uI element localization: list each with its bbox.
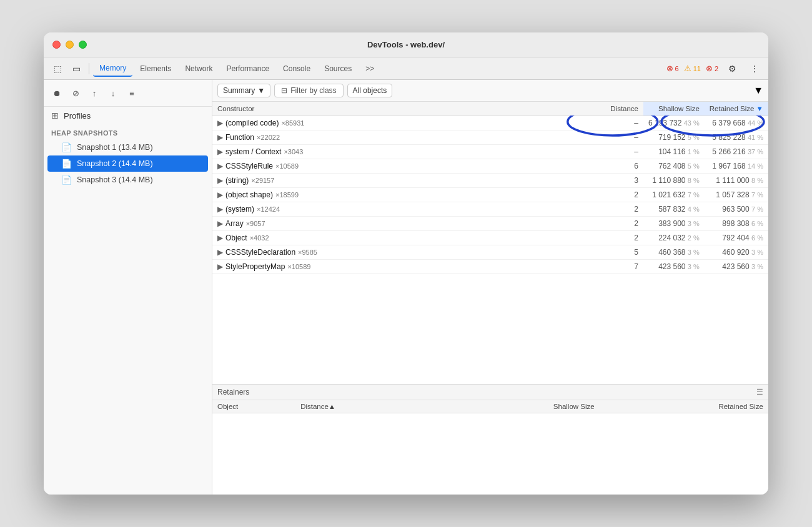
content-panel: Summary ▼ ⊟ Filter by class All objects … [212, 80, 768, 495]
retained-size-cell: 1 967 168 14 % [705, 159, 768, 174]
constructor-cell: ▶CSSStyleDeclaration×9585 [212, 245, 605, 260]
expand-arrow-icon[interactable]: ▶ [217, 219, 223, 228]
snapshot-2-item[interactable]: 📄 Snapshot 2 (14.4 MB) [47, 155, 208, 172]
filter-icon: ⊟ [281, 86, 287, 95]
shallow-size-cell: 587 832 4 % [643, 202, 705, 217]
warning-count[interactable]: ⚠ 11 [684, 64, 701, 73]
tab-performance[interactable]: Performance [220, 61, 275, 77]
tab-elements[interactable]: Elements [134, 61, 177, 77]
select-tool-button[interactable]: ⬚ [49, 61, 66, 77]
profiles-section: ⊞ Profiles [44, 107, 212, 124]
content-wrapper: Constructor Distance Shallow Size Retain… [212, 102, 768, 495]
snapshot-1-item[interactable]: 📄 Snapshot 1 (13.4 MB) [44, 139, 212, 155]
warn-icon: ⚠ [684, 64, 691, 73]
profiles-icon: ⊞ [51, 111, 59, 121]
table-row[interactable]: ▶(string)×2915731 110 880 8 %1 111 000 8… [212, 174, 768, 188]
window-title: DevTools - web.dev/ [367, 40, 445, 49]
expand-arrow-icon[interactable]: ▶ [217, 190, 223, 199]
shallow-size-header[interactable]: Shallow Size [643, 102, 705, 116]
expand-arrow-icon[interactable]: ▶ [217, 262, 223, 271]
retained-size-cell: 5 825 228 41 % [705, 131, 768, 145]
retained-size-cell: 5 266 216 37 % [705, 145, 768, 159]
table-row[interactable]: ▶StylePropertyMap×105897423 560 3 %423 5… [212, 260, 768, 274]
table-row[interactable]: ▶(object shape)×1859921 021 632 7 %1 057… [212, 188, 768, 202]
stop-button[interactable]: ⊘ [67, 85, 84, 101]
shallow-size-cell: 460 368 3 % [643, 245, 705, 260]
expand-arrow-icon[interactable]: ▶ [217, 147, 223, 156]
tab-console[interactable]: Console [277, 61, 317, 77]
summary-dropdown[interactable]: Summary ▼ [217, 84, 270, 97]
table-row[interactable]: ▶Function×22022–719 152 5 %5 825 228 41 … [212, 131, 768, 145]
retained-size-header[interactable]: Retained Size ▼ [705, 102, 768, 116]
constructor-cell: ▶Array×9057 [212, 217, 605, 231]
retained-size-cell: 963 500 7 % [705, 202, 768, 217]
retainers-object-header[interactable]: Object [212, 400, 295, 413]
distance-cell: 2 [605, 231, 643, 245]
constructor-cell: ▶system / Context×3043 [212, 145, 605, 159]
error-count[interactable]: ⊗ 6 [666, 64, 679, 73]
settings-button[interactable]: ⚙ [723, 61, 741, 77]
constructor-cell: ▶(string)×29157 [212, 174, 605, 188]
expand-arrow-icon[interactable]: ▶ [217, 162, 223, 170]
table-row[interactable]: ▶(compiled code)×85931–6 193 732 43 %6 3… [212, 116, 768, 131]
constructor-cell: ▶(object shape)×18599 [212, 188, 605, 202]
minimize-button[interactable] [66, 41, 74, 49]
maximize-button[interactable] [79, 41, 87, 49]
tab-memory[interactable]: Memory [93, 61, 132, 77]
expand-arrow-icon[interactable]: ▶ [217, 248, 223, 257]
sidebar: ⏺ ⊘ ↑ ↓ ≡ ⊞ Profiles Heap snapshots 📄 Sn… [44, 80, 212, 495]
filter-by-class-button[interactable]: ⊟ Filter by class [274, 84, 343, 97]
close-button[interactable] [52, 41, 61, 49]
table-row[interactable]: ▶Object×40322224 032 2 %792 404 6 % [212, 231, 768, 245]
clean-button[interactable]: ≡ [124, 85, 140, 101]
snapshot-3-item[interactable]: 📄 Snapshot 3 (14.4 MB) [44, 172, 212, 188]
record-button[interactable]: ⏺ [49, 85, 65, 101]
shallow-size-cell: 224 032 2 % [643, 231, 705, 245]
distance-header[interactable]: Distance [605, 102, 643, 116]
tab-network[interactable]: Network [179, 61, 219, 77]
distance-cell: 2 [605, 217, 643, 231]
main-content: ⏺ ⊘ ↑ ↓ ≡ ⊞ Profiles Heap snapshots 📄 Sn… [44, 80, 768, 495]
more-options-button[interactable]: ⋮ [746, 61, 763, 77]
expand-arrow-icon[interactable]: ▶ [217, 234, 223, 242]
table-row[interactable]: ▶(system)×124242587 832 4 %963 500 7 % [212, 202, 768, 217]
toolbar-right-space: ▼ [753, 85, 763, 96]
all-objects-dropdown[interactable]: All objects [347, 84, 393, 97]
snapshot-1-icon: 📄 [61, 142, 72, 152]
content-toolbar: Summary ▼ ⊟ Filter by class All objects … [212, 80, 768, 102]
retainers-distance-header[interactable]: Distance▲ [295, 400, 430, 413]
tab-sources[interactable]: Sources [318, 61, 358, 77]
retainers-menu-icon: ☰ [756, 388, 763, 396]
upload-button[interactable]: ↑ [86, 85, 102, 101]
table-row[interactable]: ▶CSSStyleRule×105896762 408 5 %1 967 168… [212, 159, 768, 174]
table-row[interactable]: ▶system / Context×3043–104 116 1 %5 266 … [212, 145, 768, 159]
retainers-retained-header[interactable]: Retained Size [600, 400, 768, 413]
device-toolbar-button[interactable]: ▭ [67, 61, 85, 77]
retainers-shallow-header[interactable]: Shallow Size [430, 400, 599, 413]
retainers-header: Retainers ☰ [212, 385, 768, 400]
download-button[interactable]: ↓ [105, 85, 121, 101]
data-table[interactable]: Constructor Distance Shallow Size Retain… [212, 102, 768, 384]
snapshot-2-icon: 📄 [61, 159, 72, 169]
expand-arrow-icon[interactable]: ▶ [217, 176, 223, 185]
info-icon: ⊗ [706, 64, 713, 73]
info-count[interactable]: ⊗ 2 [706, 64, 718, 73]
distance-cell: 7 [605, 260, 643, 274]
tab-more[interactable]: >> [359, 61, 380, 77]
profiles-label: Profiles [64, 111, 91, 121]
distance-cell: 6 [605, 159, 643, 174]
constructor-cell: ▶Function×22022 [212, 131, 605, 145]
retained-size-cell: 1 111 000 8 % [705, 174, 768, 188]
main-toolbar: ⬚ ▭ Memory Elements Network Performance … [44, 57, 768, 80]
expand-arrow-icon[interactable]: ▶ [217, 119, 223, 127]
distance-cell: 3 [605, 174, 643, 188]
expand-arrow-icon[interactable]: ▶ [217, 133, 223, 142]
toolbar-separator [89, 63, 89, 74]
shallow-size-cell: 1 021 632 7 % [643, 188, 705, 202]
table-row[interactable]: ▶Array×90572383 900 3 %898 308 6 % [212, 217, 768, 231]
expand-arrow-icon[interactable]: ▶ [217, 205, 223, 214]
constructor-header[interactable]: Constructor [212, 102, 605, 116]
retained-size-cell: 792 404 6 % [705, 231, 768, 245]
table-row[interactable]: ▶CSSStyleDeclaration×95855460 368 3 %460… [212, 245, 768, 260]
retained-size-cell: 1 057 328 7 % [705, 188, 768, 202]
